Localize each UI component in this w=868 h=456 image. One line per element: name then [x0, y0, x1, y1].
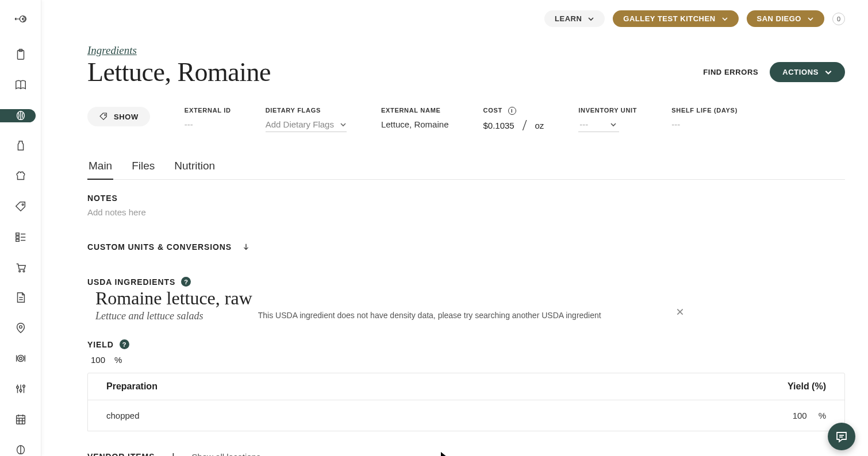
dietary-flags-placeholder: Add Dietary Flags — [266, 119, 334, 129]
svg-point-33 — [105, 114, 106, 115]
cost-divider: / — [523, 121, 527, 130]
dismiss-warning-button[interactable] — [676, 308, 684, 318]
external-name-field: EXTERNAL NAME Lettuce, Romaine — [381, 107, 449, 129]
inventory-unit-field: INVENTORY UNIT --- — [578, 107, 637, 132]
nav-list[interactable] — [7, 230, 34, 244]
custom-units-label: CUSTOM UNITS & CONVERSIONS — [87, 242, 232, 252]
custom-units-toggle[interactable]: CUSTOM UNITS & CONVERSIONS — [87, 242, 845, 252]
svg-point-15 — [19, 326, 22, 329]
usda-ingredient-name: Romaine lettuce, raw — [95, 288, 252, 309]
nav-chef[interactable] — [7, 169, 34, 183]
chevron-down-icon — [721, 16, 728, 22]
vendor-items-label: VENDOR ITEMS — [87, 452, 155, 456]
usda-warning: This USDA ingredient does not have densi… — [258, 311, 601, 320]
cost-unit: oz — [535, 121, 544, 130]
chevron-down-icon — [610, 121, 617, 128]
nav-ingredients-alt[interactable] — [7, 443, 34, 456]
svg-rect-7 — [16, 239, 19, 241]
yield-row-0[interactable]: chopped 100 % — [88, 400, 844, 431]
show-label: SHOW — [114, 113, 139, 121]
nav-tag[interactable] — [7, 200, 34, 213]
yield-label: YIELD — [87, 340, 114, 349]
nav-clipboard[interactable] — [7, 48, 34, 61]
breadcrumb[interactable]: Ingredients — [87, 44, 137, 56]
external-id-value[interactable]: --- — [185, 119, 231, 129]
kitchen-label: GALLEY TEST KITCHEN — [623, 14, 715, 23]
nav-dining[interactable] — [7, 352, 34, 365]
vendor-items-section: VENDOR ITEMS + Show all locations — [87, 451, 845, 456]
actions-button[interactable]: ACTIONS — [770, 62, 845, 82]
find-errors-button[interactable]: FIND ERRORS — [703, 68, 758, 76]
notification-badge[interactable]: 0 — [832, 13, 845, 25]
shelf-life-label: SHELF LIFE (DAYS) — [671, 107, 738, 114]
location-selector[interactable]: SAN DIEGO — [747, 10, 824, 27]
usda-label: USDA INGREDIENTS — [87, 277, 175, 287]
external-id-field: EXTERNAL ID --- — [185, 107, 231, 129]
inventory-unit-value: --- — [579, 119, 588, 129]
prep-name: chopped — [106, 411, 140, 420]
cost-value: $0.1035 — [483, 121, 514, 130]
svg-point-24 — [20, 389, 22, 392]
sidebar — [0, 0, 41, 456]
add-vendor-button[interactable]: + — [167, 451, 179, 456]
nav-calendar[interactable] — [7, 412, 34, 426]
nav-sliders[interactable] — [7, 382, 34, 395]
nav-cart[interactable] — [7, 261, 34, 274]
yield-table: Preparation Yield (%) chopped 100 % — [87, 373, 845, 431]
svg-rect-26 — [16, 415, 25, 424]
learn-label: LEARN — [555, 14, 582, 23]
usda-ingredient-category: Lettuce and lettuce salads — [95, 310, 252, 322]
nav-location[interactable] — [7, 322, 34, 335]
help-icon[interactable]: ? — [120, 339, 129, 349]
svg-rect-6 — [16, 236, 19, 238]
show-all-locations-link[interactable]: Show all locations — [191, 452, 260, 457]
svg-point-4 — [22, 204, 24, 206]
yield-value[interactable]: 100 — [91, 355, 105, 365]
usda-section: USDA INGREDIENTS ? Romaine lettuce, raw … — [87, 277, 845, 322]
external-name-value[interactable]: Lettuce, Romaine — [381, 119, 449, 129]
title-row: Lettuce, Romaine FIND ERRORS ACTIONS — [87, 57, 845, 87]
nav-document[interactable] — [7, 291, 34, 304]
svg-point-17 — [19, 357, 22, 360]
tag-icon — [99, 112, 108, 121]
svg-rect-5 — [16, 233, 19, 235]
learn-button[interactable]: LEARN — [544, 10, 605, 27]
prep-yield-value: 100 — [793, 411, 807, 420]
col-preparation: Preparation — [106, 381, 158, 392]
location-label: SAN DIEGO — [757, 14, 801, 23]
svg-point-12 — [23, 270, 25, 272]
title-actions: FIND ERRORS ACTIONS — [703, 62, 845, 82]
notes-input[interactable]: Add notes here — [87, 207, 845, 217]
app-logo[interactable] — [9, 13, 32, 25]
inventory-unit-select[interactable]: --- — [578, 119, 619, 132]
topbar: LEARN GALLEY TEST KITCHEN SAN DIEGO 0 — [87, 10, 845, 27]
svg-point-11 — [18, 270, 20, 272]
shelf-life-value[interactable]: --- — [671, 119, 738, 129]
main-content: LEARN GALLEY TEST KITCHEN SAN DIEGO 0 In… — [41, 0, 868, 456]
tab-main[interactable]: Main — [87, 155, 113, 179]
arrow-down-icon — [242, 243, 250, 251]
inventory-unit-label: INVENTORY UNIT — [578, 107, 637, 114]
prep-yield-unit: % — [819, 411, 826, 420]
chevron-down-icon — [807, 16, 814, 22]
info-icon[interactable]: i — [508, 107, 516, 115]
page-title: Lettuce, Romaine — [87, 57, 271, 87]
nav-book[interactable] — [7, 79, 34, 92]
chat-button[interactable] — [828, 423, 855, 450]
tab-nutrition[interactable]: Nutrition — [173, 155, 216, 179]
shelf-life-field: SHELF LIFE (DAYS) --- — [671, 107, 738, 129]
dietary-flags-label: DIETARY FLAGS — [266, 107, 347, 114]
nav-bottle[interactable] — [7, 140, 34, 153]
show-button[interactable]: SHOW — [87, 107, 150, 126]
svg-point-25 — [22, 385, 25, 387]
external-name-label: EXTERNAL NAME — [381, 107, 449, 114]
help-icon[interactable]: ? — [181, 277, 191, 287]
nav-ingredients[interactable] — [0, 109, 36, 122]
chevron-down-icon — [587, 16, 594, 22]
dietary-flags-select[interactable]: Add Dietary Flags — [266, 119, 347, 132]
chevron-down-icon — [824, 68, 832, 76]
svg-point-23 — [16, 386, 18, 388]
tab-files[interactable]: Files — [130, 155, 156, 179]
kitchen-selector[interactable]: GALLEY TEST KITCHEN — [613, 10, 738, 27]
yield-section: YIELD ? 100 % Preparation Yield (%) chop… — [87, 339, 845, 431]
